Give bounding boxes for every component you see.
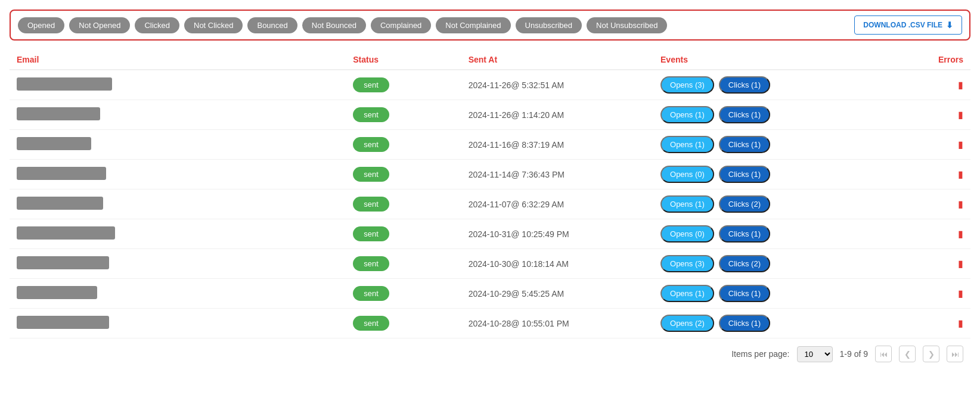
opens-button[interactable]: Opens (1) (660, 106, 714, 123)
clicks-button[interactable]: Clicks (1) (719, 285, 770, 302)
status-cell: sent (346, 70, 461, 100)
table-row: sent 2024-11-07@ 6:32:29 AM Opens (1) Cl… (10, 189, 970, 219)
status-cell: sent (346, 279, 461, 309)
status-badge: sent (353, 256, 389, 271)
email-placeholder (17, 167, 106, 180)
sent-at-cell: 2024-10-28@ 10:55:01 PM (461, 309, 653, 338)
sent-at-cell: 2024-10-29@ 5:45:25 AM (461, 279, 653, 309)
opens-button[interactable]: Opens (0) (660, 225, 714, 243)
clicks-button[interactable]: Clicks (1) (719, 106, 770, 123)
email-placeholder (17, 226, 115, 240)
table-row: sent 2024-11-26@ 5:32:51 AM Opens (3) Cl… (10, 70, 970, 100)
opens-button[interactable]: Opens (1) (660, 136, 714, 153)
download-icon: ⬇ (946, 20, 953, 30)
col-header-email: Email (10, 50, 346, 70)
filter-btn-not-complained[interactable]: Not Complained (436, 17, 510, 33)
main-container: OpenedNot OpenedClickedNot ClickedBounce… (0, 0, 980, 372)
status-cell: sent (346, 160, 461, 189)
clicks-button[interactable]: Clicks (1) (719, 315, 770, 332)
sent-at-cell: 2024-11-26@ 5:32:51 AM (461, 70, 653, 100)
email-cell (10, 309, 346, 338)
status-badge: sent (353, 226, 389, 241)
table-row: sent 2024-10-31@ 10:25:49 PM Opens (0) C… (10, 219, 970, 249)
last-page-button[interactable]: ⏭ (947, 346, 963, 362)
opens-button[interactable]: Opens (1) (660, 285, 714, 302)
clicks-button[interactable]: Clicks (1) (719, 76, 770, 94)
clicks-button[interactable]: Clicks (1) (719, 136, 770, 153)
errors-cell: ▮ (894, 189, 970, 219)
filter-btn-not-clicked[interactable]: Not Clicked (184, 17, 243, 33)
filter-btn-clicked[interactable]: Clicked (135, 17, 179, 33)
table-row: sent 2024-10-29@ 5:45:25 AM Opens (1) Cl… (10, 279, 970, 309)
status-cell: sent (346, 130, 461, 160)
opens-button[interactable]: Opens (2) (660, 315, 714, 332)
clicks-button[interactable]: Clicks (2) (719, 255, 770, 272)
opens-button[interactable]: Opens (0) (660, 166, 714, 183)
email-cell (10, 279, 346, 309)
filter-btn-complained[interactable]: Complained (371, 17, 431, 33)
events-cell: Opens (1) Clicks (1) (653, 100, 894, 130)
table-row: sent 2024-10-28@ 10:55:01 PM Opens (2) C… (10, 309, 970, 338)
table-row: sent 2024-11-16@ 8:37:19 AM Opens (1) Cl… (10, 130, 970, 160)
filter-btn-bounced[interactable]: Bounced (247, 17, 297, 33)
error-icon: ▮ (958, 80, 963, 90)
events-cell: Opens (3) Clicks (1) (653, 70, 894, 100)
table-row: sent 2024-11-14@ 7:36:43 PM Opens (0) Cl… (10, 160, 970, 189)
clicks-button[interactable]: Clicks (1) (719, 166, 770, 183)
filter-btn-not-opened[interactable]: Not Opened (69, 17, 130, 33)
download-label: DOWNLOAD .CSV FILE (863, 21, 942, 29)
sent-at-cell: 2024-11-16@ 8:37:19 AM (461, 130, 653, 160)
sent-at-cell: 2024-10-30@ 10:18:14 AM (461, 249, 653, 279)
email-cell (10, 70, 346, 100)
table-header-row: Email Status Sent At Events Errors (10, 50, 970, 70)
error-icon: ▮ (958, 110, 963, 120)
email-placeholder (17, 256, 109, 269)
opens-button[interactable]: Opens (1) (660, 195, 714, 213)
status-badge: sent (353, 167, 389, 182)
events-cell: Opens (1) Clicks (2) (653, 189, 894, 219)
events-cell: Opens (1) Clicks (1) (653, 279, 894, 309)
status-badge: sent (353, 107, 389, 122)
next-page-button[interactable]: ❯ (923, 346, 939, 362)
items-per-page-select[interactable]: 102550100 (797, 346, 833, 362)
table-row: sent 2024-11-26@ 1:14:20 AM Opens (1) Cl… (10, 100, 970, 130)
email-cell (10, 219, 346, 249)
errors-cell: ▮ (894, 70, 970, 100)
error-icon: ▮ (958, 169, 963, 179)
error-icon: ▮ (958, 139, 963, 150)
download-csv-button[interactable]: DOWNLOAD .CSV FILE ⬇ (854, 15, 962, 35)
email-placeholder (17, 286, 97, 299)
sent-at-cell: 2024-11-07@ 6:32:29 AM (461, 189, 653, 219)
errors-cell: ▮ (894, 249, 970, 279)
items-per-page-label: Items per page: (731, 349, 789, 359)
filter-btn-not-unsubscribed[interactable]: Not Unsubscribed (587, 17, 667, 33)
opens-button[interactable]: Opens (3) (660, 76, 714, 94)
filter-btn-opened[interactable]: Opened (18, 17, 64, 33)
page-info: 1-9 of 9 (840, 349, 868, 359)
errors-cell: ▮ (894, 130, 970, 160)
opens-button[interactable]: Opens (3) (660, 255, 714, 272)
first-page-button[interactable]: ⏮ (875, 346, 892, 362)
errors-cell: ▮ (894, 279, 970, 309)
events-cell: Opens (0) Clicks (1) (653, 160, 894, 189)
clicks-button[interactable]: Clicks (2) (719, 195, 770, 213)
filter-btn-not-bounced[interactable]: Not Bounced (302, 17, 366, 33)
status-badge: sent (353, 77, 389, 92)
status-badge: sent (353, 197, 389, 212)
error-icon: ▮ (958, 288, 963, 299)
clicks-button[interactable]: Clicks (1) (719, 225, 770, 243)
email-cell (10, 100, 346, 130)
status-cell: sent (346, 309, 461, 338)
col-header-sent-at: Sent At (461, 50, 653, 70)
filter-bar: OpenedNot OpenedClickedNot ClickedBounce… (10, 10, 970, 41)
filter-btn-unsubscribed[interactable]: Unsubscribed (516, 17, 582, 33)
prev-page-button[interactable]: ❮ (899, 346, 916, 362)
error-icon: ▮ (958, 259, 963, 269)
error-icon: ▮ (958, 318, 963, 328)
status-badge: sent (353, 137, 389, 152)
events-cell: Opens (1) Clicks (1) (653, 130, 894, 160)
table-row: sent 2024-10-30@ 10:18:14 AM Opens (3) C… (10, 249, 970, 279)
email-cell (10, 130, 346, 160)
events-cell: Opens (0) Clicks (1) (653, 219, 894, 249)
status-cell: sent (346, 189, 461, 219)
